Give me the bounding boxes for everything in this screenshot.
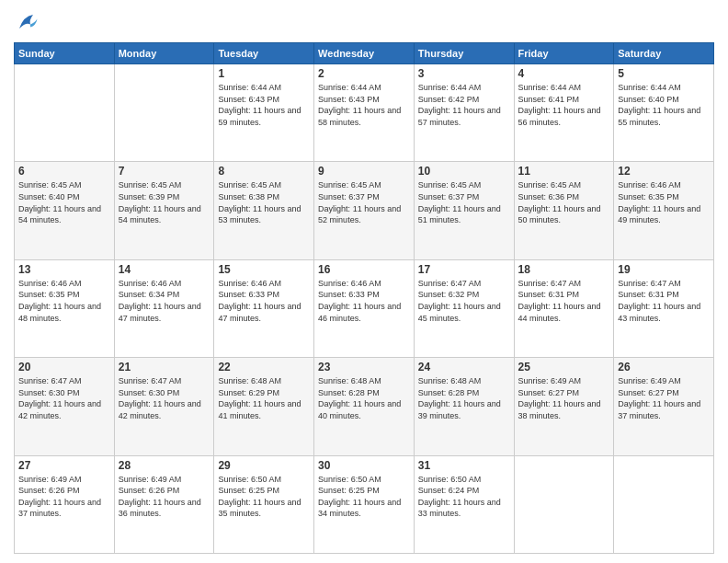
day-cell: 6Sunrise: 6:45 AMSunset: 6:40 PMDaylight… — [15, 162, 115, 259]
day-info: Sunrise: 6:47 AMSunset: 6:30 PMDaylight:… — [119, 375, 210, 421]
day-number: 25 — [518, 361, 610, 373]
week-row-3: 13Sunrise: 6:46 AMSunset: 6:35 PMDayligh… — [15, 259, 714, 357]
day-info: Sunrise: 6:48 AMSunset: 6:29 PMDaylight:… — [218, 375, 310, 421]
week-row-1: 1Sunrise: 6:44 AMSunset: 6:43 PMDaylight… — [15, 64, 714, 162]
day-cell: 7Sunrise: 6:45 AMSunset: 6:39 PMDaylight… — [114, 162, 214, 259]
day-info: Sunrise: 6:44 AMSunset: 6:43 PMDaylight:… — [318, 82, 410, 128]
weekday-header-thursday: Thursday — [414, 43, 514, 64]
day-number: 1 — [218, 67, 310, 80]
week-row-4: 20Sunrise: 6:47 AMSunset: 6:30 PMDayligh… — [15, 358, 714, 455]
day-info: Sunrise: 6:45 AMSunset: 6:37 PMDaylight:… — [418, 179, 510, 225]
day-number: 20 — [18, 361, 110, 373]
day-cell: 10Sunrise: 6:45 AMSunset: 6:37 PMDayligh… — [414, 162, 514, 259]
day-number: 3 — [418, 67, 510, 80]
day-cell: 17Sunrise: 6:47 AMSunset: 6:32 PMDayligh… — [414, 259, 514, 357]
day-cell: 29Sunrise: 6:50 AMSunset: 6:25 PMDayligh… — [214, 455, 314, 553]
day-number: 4 — [518, 67, 610, 80]
day-number: 17 — [418, 263, 510, 276]
day-cell: 12Sunrise: 6:46 AMSunset: 6:35 PMDayligh… — [614, 162, 714, 259]
day-info: Sunrise: 6:50 AMSunset: 6:24 PMDaylight:… — [418, 474, 510, 520]
day-info: Sunrise: 6:49 AMSunset: 6:26 PMDaylight:… — [119, 474, 210, 520]
day-info: Sunrise: 6:46 AMSunset: 6:33 PMDaylight:… — [218, 278, 310, 324]
day-info: Sunrise: 6:50 AMSunset: 6:25 PMDaylight:… — [318, 474, 410, 520]
page: SundayMondayTuesdayWednesdayThursdayFrid… — [0, 0, 728, 563]
weekday-header-friday: Friday — [514, 43, 614, 64]
day-number: 16 — [318, 263, 410, 276]
day-cell: 9Sunrise: 6:45 AMSunset: 6:37 PMDaylight… — [314, 162, 415, 259]
day-number: 12 — [618, 165, 710, 178]
day-number: 19 — [618, 263, 710, 276]
day-info: Sunrise: 6:46 AMSunset: 6:35 PMDaylight:… — [18, 278, 110, 324]
day-info: Sunrise: 6:44 AMSunset: 6:40 PMDaylight:… — [618, 82, 710, 128]
day-number: 6 — [18, 165, 110, 178]
weekday-header-saturday: Saturday — [614, 43, 714, 64]
day-cell: 24Sunrise: 6:48 AMSunset: 6:28 PMDayligh… — [414, 358, 514, 455]
weekday-header-tuesday: Tuesday — [214, 43, 314, 64]
calendar-table: SundayMondayTuesdayWednesdayThursdayFrid… — [14, 42, 714, 554]
day-cell — [114, 64, 214, 162]
day-cell: 23Sunrise: 6:48 AMSunset: 6:28 PMDayligh… — [314, 358, 415, 455]
day-cell — [514, 455, 614, 553]
day-cell: 25Sunrise: 6:49 AMSunset: 6:27 PMDayligh… — [514, 358, 614, 455]
day-info: Sunrise: 6:48 AMSunset: 6:28 PMDaylight:… — [318, 375, 410, 421]
day-cell: 20Sunrise: 6:47 AMSunset: 6:30 PMDayligh… — [15, 358, 115, 455]
logo-icon — [14, 9, 41, 37]
day-info: Sunrise: 6:45 AMSunset: 6:37 PMDaylight:… — [318, 179, 410, 225]
day-cell — [614, 455, 714, 553]
day-info: Sunrise: 6:44 AMSunset: 6:43 PMDaylight:… — [218, 82, 310, 128]
day-number: 29 — [218, 459, 310, 472]
day-cell: 8Sunrise: 6:45 AMSunset: 6:38 PMDaylight… — [214, 162, 314, 259]
day-info: Sunrise: 6:47 AMSunset: 6:31 PMDaylight:… — [618, 278, 710, 324]
day-number: 24 — [418, 361, 510, 373]
day-cell: 1Sunrise: 6:44 AMSunset: 6:43 PMDaylight… — [214, 64, 314, 162]
day-cell: 22Sunrise: 6:48 AMSunset: 6:29 PMDayligh… — [214, 358, 314, 455]
day-number: 27 — [18, 459, 110, 472]
day-cell: 21Sunrise: 6:47 AMSunset: 6:30 PMDayligh… — [114, 358, 214, 455]
day-info: Sunrise: 6:45 AMSunset: 6:38 PMDaylight:… — [218, 179, 310, 225]
day-cell: 3Sunrise: 6:44 AMSunset: 6:42 PMDaylight… — [414, 64, 514, 162]
day-number: 21 — [119, 361, 210, 373]
day-number: 15 — [218, 263, 310, 276]
week-row-2: 6Sunrise: 6:45 AMSunset: 6:40 PMDaylight… — [15, 162, 714, 259]
day-info: Sunrise: 6:45 AMSunset: 6:36 PMDaylight:… — [518, 179, 610, 225]
day-cell: 19Sunrise: 6:47 AMSunset: 6:31 PMDayligh… — [614, 259, 714, 357]
weekday-header-wednesday: Wednesday — [314, 43, 415, 64]
weekday-header-sunday: Sunday — [15, 43, 115, 64]
day-cell: 26Sunrise: 6:49 AMSunset: 6:27 PMDayligh… — [614, 358, 714, 455]
day-info: Sunrise: 6:45 AMSunset: 6:40 PMDaylight:… — [18, 179, 110, 225]
day-number: 23 — [318, 361, 410, 373]
day-number: 11 — [518, 165, 610, 178]
logo — [14, 9, 43, 37]
day-number: 22 — [218, 361, 310, 373]
day-cell: 2Sunrise: 6:44 AMSunset: 6:43 PMDaylight… — [314, 64, 415, 162]
day-number: 31 — [418, 459, 510, 472]
header — [14, 9, 714, 37]
day-cell: 16Sunrise: 6:46 AMSunset: 6:33 PMDayligh… — [314, 259, 415, 357]
day-cell — [15, 64, 115, 162]
day-cell: 28Sunrise: 6:49 AMSunset: 6:26 PMDayligh… — [114, 455, 214, 553]
day-info: Sunrise: 6:46 AMSunset: 6:34 PMDaylight:… — [119, 278, 210, 324]
day-number: 5 — [618, 67, 710, 80]
day-cell: 15Sunrise: 6:46 AMSunset: 6:33 PMDayligh… — [214, 259, 314, 357]
day-info: Sunrise: 6:49 AMSunset: 6:27 PMDaylight:… — [618, 375, 710, 421]
week-row-5: 27Sunrise: 6:49 AMSunset: 6:26 PMDayligh… — [15, 455, 714, 553]
weekday-header-monday: Monday — [114, 43, 214, 64]
day-number: 7 — [119, 165, 210, 178]
day-info: Sunrise: 6:47 AMSunset: 6:31 PMDaylight:… — [518, 278, 610, 324]
day-cell: 13Sunrise: 6:46 AMSunset: 6:35 PMDayligh… — [15, 259, 115, 357]
day-number: 2 — [318, 67, 410, 80]
day-cell: 30Sunrise: 6:50 AMSunset: 6:25 PMDayligh… — [314, 455, 415, 553]
day-number: 26 — [618, 361, 710, 373]
day-number: 9 — [318, 165, 410, 178]
day-cell: 4Sunrise: 6:44 AMSunset: 6:41 PMDaylight… — [514, 64, 614, 162]
day-info: Sunrise: 6:49 AMSunset: 6:27 PMDaylight:… — [518, 375, 610, 421]
day-info: Sunrise: 6:50 AMSunset: 6:25 PMDaylight:… — [218, 474, 310, 520]
day-info: Sunrise: 6:44 AMSunset: 6:42 PMDaylight:… — [418, 82, 510, 128]
day-number: 8 — [218, 165, 310, 178]
day-cell: 11Sunrise: 6:45 AMSunset: 6:36 PMDayligh… — [514, 162, 614, 259]
day-info: Sunrise: 6:45 AMSunset: 6:39 PMDaylight:… — [119, 179, 210, 225]
day-number: 13 — [18, 263, 110, 276]
weekday-header-row: SundayMondayTuesdayWednesdayThursdayFrid… — [15, 43, 714, 64]
day-cell: 14Sunrise: 6:46 AMSunset: 6:34 PMDayligh… — [114, 259, 214, 357]
day-cell: 27Sunrise: 6:49 AMSunset: 6:26 PMDayligh… — [15, 455, 115, 553]
